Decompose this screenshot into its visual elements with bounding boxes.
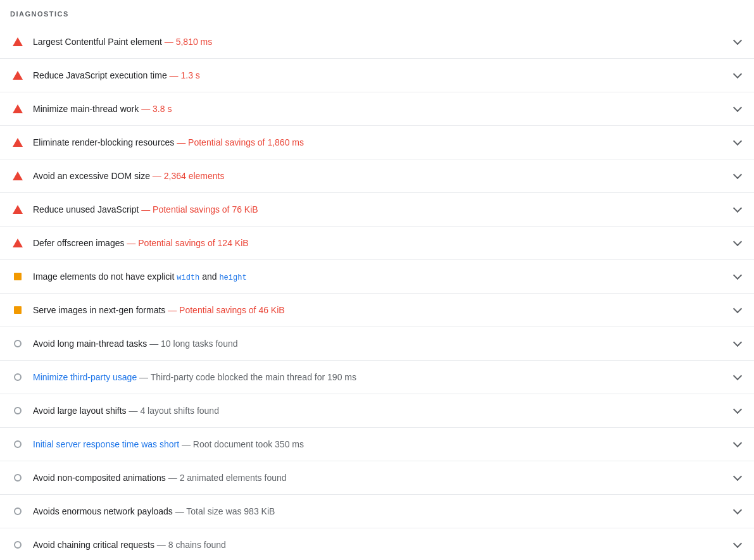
chevron-down-icon[interactable]	[731, 304, 744, 316]
item-text: Image elements do not have explicit widt…	[33, 270, 726, 283]
item-detail: — Potential savings of 1,860 ms	[174, 137, 304, 147]
diagnostic-item[interactable]: Minimize main-thread work — 3.8 s	[0, 92, 754, 126]
chevron-down-icon[interactable]	[731, 203, 744, 216]
item-label-mid: and	[199, 271, 219, 282]
error-icon	[10, 168, 25, 184]
info-icon	[10, 370, 25, 385]
item-detail: — 10 long tasks found	[147, 339, 237, 349]
chevron-down-icon[interactable]	[731, 103, 744, 115]
item-label: Serve images in next-gen formats	[33, 305, 165, 315]
chevron-down-icon[interactable]	[731, 136, 744, 149]
error-icon	[10, 202, 25, 217]
item-text: Initial server response time was short —…	[33, 438, 726, 451]
diagnostic-item[interactable]: Avoid large layout shifts — 4 layout shi…	[0, 394, 754, 428]
info-icon	[10, 504, 25, 519]
chevron-down-icon[interactable]	[731, 471, 744, 484]
item-detail: — 3.8 s	[139, 104, 172, 114]
item-text: Avoids enormous network payloads — Total…	[33, 505, 726, 518]
code-height: height	[219, 273, 246, 282]
error-triangle-icon	[13, 205, 23, 214]
item-label: Reduce unused JavaScript	[33, 204, 139, 215]
chevron-down-icon[interactable]	[731, 505, 744, 518]
diagnostic-item[interactable]: Defer offscreen images — Potential savin…	[0, 227, 754, 260]
error-triangle-icon	[13, 71, 23, 80]
diagnostic-item[interactable]: Avoid long main-thread tasks — 10 long t…	[0, 327, 754, 361]
error-icon	[10, 68, 25, 83]
info-icon	[10, 537, 25, 552]
item-text: Defer offscreen images — Potential savin…	[33, 237, 726, 250]
chevron-down-icon[interactable]	[731, 237, 744, 249]
item-label: Avoid chaining critical requests	[33, 540, 154, 550]
chevron-down-icon[interactable]	[731, 538, 744, 551]
warning-icon	[10, 269, 25, 284]
item-label: Avoid an excessive DOM size	[33, 171, 150, 181]
item-label: Minimize main-thread work	[33, 104, 139, 114]
chevron-down-icon[interactable]	[731, 270, 744, 283]
item-text: Reduce JavaScript execution time — 1.3 s	[33, 69, 726, 82]
item-detail: — 2,364 elements	[150, 171, 225, 181]
code-width: width	[177, 273, 199, 282]
info-circle-icon	[14, 541, 22, 549]
diagnostic-item[interactable]: Avoid non-composited animations — 2 anim…	[0, 461, 754, 495]
chevron-down-icon[interactable]	[731, 35, 744, 48]
item-detail: — 8 chains found	[154, 540, 226, 550]
item-label: Image elements do not have explicit	[33, 271, 177, 282]
item-label: Avoid non-composited animations	[33, 473, 166, 483]
item-detail: — 2 animated elements found	[166, 473, 287, 483]
diagnostic-item[interactable]: Largest Contentful Paint element — 5,810…	[0, 25, 754, 59]
diagnostic-item[interactable]: Reduce JavaScript execution time — 1.3 s	[0, 59, 754, 92]
item-label: Reduce JavaScript execution time	[33, 70, 167, 80]
item-text: Avoid non-composited animations — 2 anim…	[33, 471, 726, 485]
error-icon	[10, 135, 25, 150]
chevron-down-icon[interactable]	[731, 337, 744, 350]
info-circle-icon	[14, 407, 22, 414]
diagnostic-item[interactable]: Reduce unused JavaScript — Potential sav…	[0, 193, 754, 227]
chevron-down-icon[interactable]	[731, 438, 744, 451]
warning-icon	[10, 302, 25, 318]
item-detail: — 5,810 ms	[162, 37, 212, 47]
info-circle-icon	[14, 507, 22, 515]
diagnostic-item[interactable]: Minimize third-party usage — Third-party…	[0, 361, 754, 394]
info-circle-icon	[14, 373, 22, 381]
item-detail: — Root document took 350 ms	[179, 439, 304, 449]
chevron-down-icon[interactable]	[731, 404, 744, 417]
diagnostic-item[interactable]: Initial server response time was short —…	[0, 428, 754, 461]
item-text: Eliminate render-blocking resources — Po…	[33, 136, 726, 149]
item-label: Avoid large layout shifts	[33, 406, 127, 416]
item-text: Avoid chaining critical requests — 8 cha…	[33, 538, 726, 552]
error-icon	[10, 34, 25, 49]
item-text: Minimize main-thread work — 3.8 s	[33, 103, 726, 116]
item-detail: — Potential savings of 124 KiB	[124, 238, 248, 248]
diagnostic-item[interactable]: Eliminate render-blocking resources — Po…	[0, 126, 754, 159]
item-detail: — 1.3 s	[167, 70, 200, 80]
item-label: Initial server response time was short	[33, 439, 179, 449]
error-triangle-icon	[13, 37, 23, 46]
item-label: Largest Contentful Paint element	[33, 37, 162, 47]
item-label: Avoid long main-thread tasks	[33, 339, 147, 349]
item-text: Avoid long main-thread tasks — 10 long t…	[33, 337, 726, 351]
diagnostic-item[interactable]: Image elements do not have explicit widt…	[0, 260, 754, 294]
diagnostic-item[interactable]: Avoid chaining critical requests — 8 cha…	[0, 528, 754, 560]
diagnostics-section: DIAGNOSTICS Largest Contentful Paint ele…	[0, 0, 754, 560]
diagnostic-item[interactable]: Avoid an excessive DOM size — 2,364 elem…	[0, 159, 754, 193]
diagnostic-item[interactable]: Serve images in next-gen formats — Poten…	[0, 294, 754, 327]
chevron-down-icon[interactable]	[731, 69, 744, 82]
diagnostics-list: Largest Contentful Paint element — 5,810…	[0, 25, 754, 560]
info-icon	[10, 403, 25, 418]
warning-square-icon	[14, 306, 22, 314]
item-detail: — Third-party code blocked the main thre…	[137, 372, 356, 382]
item-text: Avoid large layout shifts — 4 layout shi…	[33, 404, 726, 418]
diagnostic-item[interactable]: Avoids enormous network payloads — Total…	[0, 495, 754, 528]
item-detail: — Potential savings of 46 KiB	[165, 305, 284, 315]
chevron-down-icon[interactable]	[731, 371, 744, 383]
item-text: Reduce unused JavaScript — Potential sav…	[33, 203, 726, 216]
section-title: DIAGNOSTICS	[0, 10, 754, 25]
item-text: Serve images in next-gen formats — Poten…	[33, 304, 726, 317]
info-icon	[10, 336, 25, 351]
error-icon	[10, 235, 25, 251]
chevron-down-icon[interactable]	[731, 170, 744, 182]
error-triangle-icon	[13, 171, 23, 180]
item-label: Avoids enormous network payloads	[33, 506, 173, 516]
error-triangle-icon	[13, 104, 23, 113]
info-circle-icon	[14, 440, 22, 448]
